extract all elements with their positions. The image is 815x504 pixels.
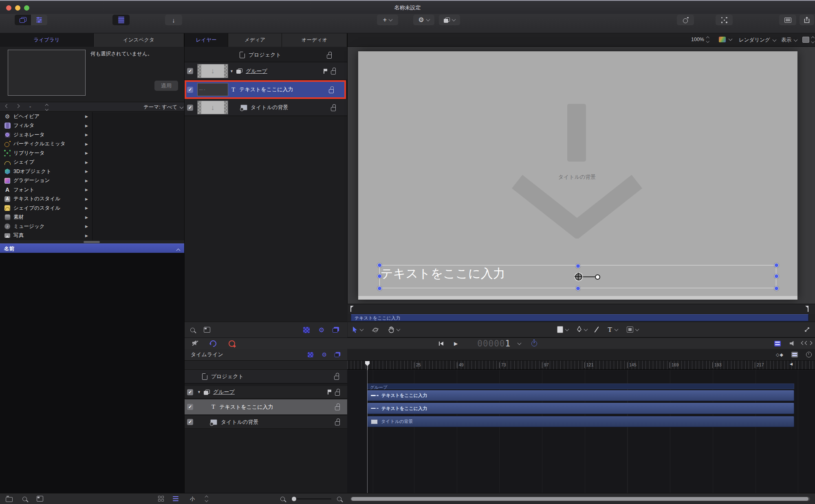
layers-project-row[interactable]: プロジェクト [185, 48, 347, 62]
unlock-icon[interactable] [335, 392, 340, 396]
zoom-slider-thumb[interactable] [292, 497, 296, 501]
text-track-bar[interactable]: テキストをここに入力 [367, 403, 794, 414]
library-item-fonts[interactable]: A フォント ▶ [0, 185, 92, 195]
nav-stepper[interactable] [46, 105, 48, 110]
library-toolbar-button[interactable] [15, 15, 31, 25]
bezier-tool-chevron[interactable] [584, 327, 588, 331]
timeline-filmstrip-icon[interactable] [791, 352, 798, 357]
rendering-menu[interactable]: レンダリング [739, 37, 776, 44]
arrow-graphic[interactable] [509, 100, 648, 239]
name-column-header[interactable]: 名前 [0, 243, 184, 253]
timeline-ruler[interactable]: 25 49 73 97 121 145 169 193 217 ◀ [347, 361, 815, 370]
filter-frame-icon[interactable] [204, 327, 210, 333]
show-layers-icon[interactable] [333, 327, 339, 333]
search-icon[interactable] [22, 497, 27, 501]
go-to-start-button[interactable] [439, 342, 443, 346]
search-icon[interactable] [190, 328, 195, 332]
display-mode-control[interactable] [802, 37, 814, 43]
library-item-photos[interactable]: 写真 ▶ [0, 231, 92, 241]
panel-divider[interactable] [184, 33, 185, 493]
add-object-button[interactable]: + [377, 15, 398, 25]
anchor-point[interactable] [575, 273, 582, 280]
library-item-music[interactable]: ♪ ミュージック ▶ [0, 222, 92, 231]
group-checkbox[interactable]: ✓ [187, 389, 193, 395]
anchor-handle-dot[interactable] [595, 274, 600, 280]
timeline-h-scrollbar-thumb[interactable] [351, 497, 808, 501]
share-button[interactable] [800, 15, 814, 25]
selected-layer-minibar[interactable]: テキストをここに入力 [351, 314, 808, 321]
zoom-in-icon[interactable] [337, 497, 341, 501]
play-button[interactable]: ▶ [454, 341, 458, 346]
paint-stroke-tool-icon[interactable] [594, 327, 599, 333]
file-browser-icon[interactable] [6, 497, 13, 502]
tab-media[interactable]: メディア [228, 33, 282, 47]
rectangle-tool-chevron[interactable] [565, 327, 569, 331]
apply-button[interactable]: 適用 [154, 81, 178, 91]
timecode-display[interactable]: 00000 1 [477, 339, 511, 348]
unlock-icon[interactable] [329, 89, 334, 93]
library-item-filters[interactable]: フィルタ ▶ [0, 121, 92, 131]
timeline-show-layers-icon[interactable] [335, 352, 340, 357]
timeline-out-marker[interactable]: ◀ [790, 362, 793, 366]
unlock-icon[interactable] [334, 376, 339, 380]
play-range-out-flag[interactable] [805, 306, 808, 308]
selection-handle[interactable] [377, 274, 382, 278]
timeline-tracks-area[interactable]: グループ テキストをここに入力 テキストをここに入力 タイトルの背景 [347, 370, 815, 493]
timing-display-icon[interactable] [531, 341, 537, 346]
timeline-group-row[interactable]: ✓ ▼ グループ [185, 386, 347, 399]
record-button[interactable] [229, 340, 235, 347]
rectangle-tool-icon[interactable] [557, 326, 563, 333]
selection-handle[interactable] [576, 264, 580, 268]
select-tool-icon[interactable] [352, 327, 358, 333]
play-range-out-marker[interactable] [808, 306, 808, 312]
mask-tool-icon[interactable] [627, 327, 633, 333]
zoom-out-icon[interactable] [280, 497, 285, 501]
timeline-zoom-slider[interactable] [291, 498, 331, 500]
timeline-show-behaviors-icon[interactable]: ⚙ [322, 352, 327, 358]
playhead-line-ruler[interactable] [367, 366, 368, 370]
canvas[interactable]: タイトルの背景 テキストをここに入力 [358, 51, 797, 300]
library-item-text-styles[interactable]: A テキストのスタイル ▶ [0, 195, 92, 204]
selection-handle[interactable] [774, 263, 779, 267]
background-track-bar[interactable]: タイトルの背景 [367, 416, 794, 427]
group-track-bar[interactable]: グループ [367, 383, 794, 389]
library-item-generators[interactable]: ジェネレータ ▶ [0, 130, 92, 140]
play-range-in-flag[interactable] [351, 306, 354, 308]
group-disclosure-icon[interactable]: ▼ [197, 390, 201, 394]
playhead-line[interactable] [367, 370, 368, 493]
selection-handle[interactable] [377, 263, 382, 267]
timeline-show-filters-icon[interactable] [308, 352, 313, 357]
grid-view-icon[interactable] [158, 496, 164, 502]
group-disclosure-icon[interactable]: ▼ [230, 69, 233, 73]
library-item-gradients[interactable]: グラデーション ▶ [0, 176, 92, 186]
show-behaviors-icon[interactable]: ⚙ [319, 327, 324, 333]
selection-handle[interactable] [774, 274, 779, 278]
library-item-materials[interactable]: 素材 ▶ [0, 213, 92, 222]
zoom-level-control[interactable]: 100% [691, 37, 709, 42]
keyframes-toggle-icon[interactable]: ◇◆ [776, 352, 783, 357]
text-tool-icon[interactable]: T [608, 326, 612, 334]
hand-tool-icon[interactable] [388, 327, 394, 333]
show-filters-icon[interactable] [303, 327, 310, 333]
replicator-button[interactable] [716, 15, 733, 25]
panel-divider[interactable] [347, 33, 348, 304]
loop-playback-button[interactable] [209, 339, 218, 348]
text-tool-chevron[interactable] [614, 327, 618, 331]
mask-tool-chevron[interactable] [635, 327, 639, 331]
flag-icon[interactable] [328, 390, 332, 394]
preview-frame-icon[interactable] [37, 496, 43, 502]
unlock-icon[interactable] [335, 421, 340, 425]
tab-audio[interactable]: オーディオ [282, 33, 347, 47]
mute-audio-button[interactable] [192, 340, 198, 346]
selection-handle[interactable] [774, 286, 779, 291]
select-tool-chevron[interactable] [360, 327, 364, 331]
unlock-icon[interactable] [331, 107, 336, 111]
icon-size-stepper[interactable] [205, 496, 208, 502]
selection-handle[interactable] [576, 286, 580, 291]
theme-filter-menu[interactable]: テーマ: すべて [143, 104, 183, 111]
hand-tool-chevron[interactable] [396, 327, 401, 331]
tab-library[interactable]: ライブラリ [0, 33, 94, 47]
background-checkbox[interactable]: ✓ [187, 105, 193, 111]
text-layer-checkbox[interactable]: ✓ [187, 87, 193, 93]
nav-forward-button[interactable] [16, 104, 20, 108]
